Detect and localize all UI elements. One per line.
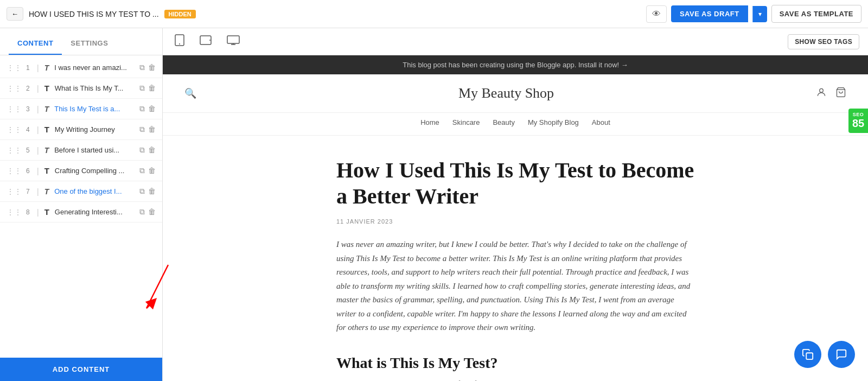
account-icon[interactable]: [816, 87, 827, 100]
delete-item-icon[interactable]: 🗑: [148, 145, 156, 155]
copy-item-icon[interactable]: ⧉: [139, 125, 145, 134]
list-item[interactable]: ⋮⋮ 5 | T Before I started usi... ⧉ 🗑: [0, 140, 162, 161]
item-number: 8: [26, 208, 34, 216]
cart-icon[interactable]: [835, 87, 846, 100]
list-item[interactable]: ⋮⋮ 4 | T My Writing Journey ⧉ 🗑: [0, 119, 162, 140]
delete-item-icon[interactable]: 🗑: [148, 84, 156, 93]
item-label: Before I started usi...: [54, 146, 136, 154]
seo-label: SEO: [851, 112, 866, 117]
copy-item-icon[interactable]: ⧉: [139, 145, 145, 155]
item-actions: ⧉ 🗑: [139, 84, 156, 93]
italic-icon: T: [44, 187, 49, 196]
item-separator: |: [37, 63, 39, 72]
item-number: 4: [26, 126, 34, 134]
page-title: HOW I USED THIS IS MY TEST TO ...: [29, 10, 159, 18]
nav-item[interactable]: Beauty: [493, 118, 514, 126]
seo-badge: SEO 85: [848, 109, 868, 133]
list-item[interactable]: ⋮⋮ 1 | T I was never an amazi... ⧉ 🗑: [0, 58, 162, 78]
list-item[interactable]: ⋮⋮ 6 | T Crafting Compelling ... ⧉ 🗑: [0, 161, 162, 181]
drag-handle[interactable]: ⋮⋮: [7, 63, 22, 72]
drag-handle[interactable]: ⋮⋮: [7, 105, 22, 113]
preview-frame: This blog post has been creating using t…: [163, 55, 868, 381]
copy-item-icon[interactable]: ⧉: [139, 187, 145, 196]
save-draft-button[interactable]: SAVE AS DRAFT: [671, 5, 748, 22]
copy-item-icon[interactable]: ⧉: [139, 84, 145, 93]
left-panel: ⋮⋮ 1 | T I was never an amazi... ⧉ 🗑 ⋮⋮ …: [0, 55, 163, 381]
item-number: 2: [26, 85, 34, 92]
drag-handle[interactable]: ⋮⋮: [7, 187, 22, 196]
shop-header-right-icons: [816, 87, 846, 100]
second-row: CONTENT SETTINGS SHOW SEO TAGS: [0, 28, 868, 55]
main-area: ⋮⋮ 1 | T I was never an amazi... ⧉ 🗑 ⋮⋮ …: [0, 55, 868, 381]
top-bar: ← HOW I USED THIS IS MY TEST TO ... HIDD…: [0, 0, 868, 28]
item-separator: |: [37, 167, 39, 175]
item-number: 5: [26, 147, 34, 154]
item-actions: ⧉ 🗑: [139, 166, 156, 175]
blog-title: How I Used This Is My Test to Become a B…: [336, 157, 694, 209]
drag-handle[interactable]: ⋮⋮: [7, 84, 22, 93]
italic-icon: T: [44, 63, 49, 72]
list-item[interactable]: ⋮⋮ 2 | T What is This Is My T... ⧉ 🗑: [0, 78, 162, 99]
item-label: This Is My Test is a...: [54, 105, 136, 113]
view-toggles: SHOW SEO TAGS: [163, 32, 868, 51]
bold-icon: T: [44, 125, 49, 134]
blog-date: 11 JANVIER 2023: [336, 218, 694, 225]
copy-item-icon[interactable]: ⧉: [139, 104, 145, 113]
tablet-view-icon[interactable]: [196, 33, 215, 50]
blog-notification-bar: This blog post has been creating using t…: [163, 55, 868, 74]
nav-item[interactable]: My Shopify Blog: [528, 118, 579, 126]
nav-item[interactable]: About: [592, 118, 610, 126]
tab-content[interactable]: CONTENT: [9, 33, 62, 55]
shop-nav: HomeSkincareBeautyMy Shopify BlogAbout: [163, 113, 868, 136]
item-label: Crafting Compelling ...: [55, 167, 136, 175]
svg-rect-4: [227, 36, 239, 43]
drag-handle[interactable]: ⋮⋮: [7, 167, 22, 175]
italic-icon: T: [44, 105, 49, 113]
delete-item-icon[interactable]: 🗑: [148, 166, 156, 175]
desktop-view-icon[interactable]: [224, 33, 243, 50]
drag-handle[interactable]: ⋮⋮: [7, 208, 22, 217]
delete-item-icon[interactable]: 🗑: [148, 125, 156, 134]
blog-section-title: What is This Is My Test?: [336, 354, 694, 372]
drag-handle[interactable]: ⋮⋮: [7, 146, 22, 155]
list-item[interactable]: ⋮⋮ 3 | T This Is My Test is a... ⧉ 🗑: [0, 99, 162, 119]
list-item[interactable]: ⋮⋮ 8 | T Generating Interesti... ⧉ 🗑: [0, 202, 162, 223]
svg-point-7: [820, 88, 824, 92]
item-actions: ⧉ 🗑: [139, 63, 156, 72]
back-button[interactable]: ←: [7, 7, 23, 21]
nav-item[interactable]: Skincare: [452, 118, 480, 126]
blog-intro-text: I was never an amazing writer, but I kne…: [336, 238, 694, 335]
copy-item-icon[interactable]: ⧉: [139, 63, 145, 72]
drag-handle[interactable]: ⋮⋮: [7, 125, 22, 134]
tab-settings[interactable]: SETTINGS: [62, 33, 117, 55]
copy-float-button[interactable]: [794, 341, 821, 368]
content-list: ⋮⋮ 1 | T I was never an amazi... ⧉ 🗑 ⋮⋮ …: [0, 55, 162, 358]
item-separator: |: [37, 146, 39, 155]
item-label: My Writing Journey: [55, 125, 136, 134]
delete-item-icon[interactable]: 🗑: [148, 187, 156, 196]
save-template-button[interactable]: SAVE AS TEMPLATE: [771, 5, 861, 23]
chat-float-button[interactable]: [828, 341, 855, 368]
add-content-button[interactable]: ADD CONTENT: [0, 358, 162, 381]
mobile-view-icon[interactable]: [171, 32, 188, 51]
svg-point-1: [179, 43, 180, 45]
preview-eye-button[interactable]: 👁: [646, 5, 667, 23]
list-item[interactable]: ⋮⋮ 7 | T One of the biggest I... ⧉ 🗑: [0, 181, 162, 202]
bold-icon: T: [44, 84, 49, 93]
item-separator: |: [37, 187, 39, 196]
svg-rect-9: [806, 353, 813, 359]
delete-item-icon[interactable]: 🗑: [148, 104, 156, 113]
item-label: Generating Interesti...: [55, 208, 136, 216]
copy-item-icon[interactable]: ⧉: [139, 207, 145, 217]
show-seo-tags-button[interactable]: SHOW SEO TAGS: [788, 34, 859, 49]
save-draft-dropdown-button[interactable]: ▾: [752, 6, 767, 22]
nav-item[interactable]: Home: [420, 118, 439, 126]
delete-item-icon[interactable]: 🗑: [148, 207, 156, 217]
hidden-badge: HIDDEN: [164, 10, 196, 18]
copy-item-icon[interactable]: ⧉: [139, 166, 145, 175]
item-separator: |: [37, 105, 39, 113]
item-actions: ⧉ 🗑: [139, 207, 156, 217]
shop-header-left-icons: 🔍: [184, 87, 196, 99]
delete-item-icon[interactable]: 🗑: [148, 63, 156, 72]
search-icon[interactable]: 🔍: [184, 87, 196, 99]
